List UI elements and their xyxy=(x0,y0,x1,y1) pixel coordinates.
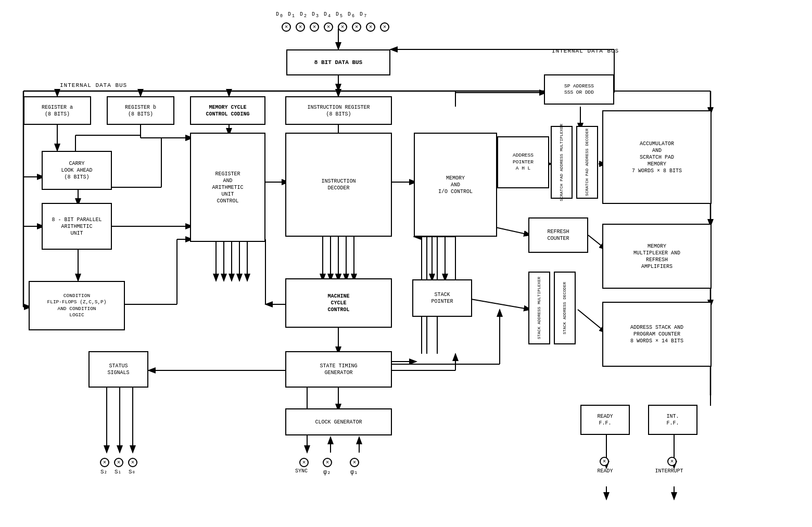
interrupt-label: INTERRUPT xyxy=(644,468,694,474)
condition-flipflops-block: CONDITION FLIP-FLOPS (Z,C,S,P) AND CONDI… xyxy=(29,281,125,330)
phi1-circle: × xyxy=(350,458,359,467)
status-signals-block: STATUS SIGNALS xyxy=(88,351,148,388)
memory-multiplexer-refresh-block: MEMORY MULTIPLEXER AND REFRESH AMPLIFIER… xyxy=(602,224,712,289)
s2-circle: × xyxy=(100,458,109,467)
scratch-pad-mux-block: SCRATCH PAD ADDRESS MULTIPLEXER xyxy=(551,126,573,199)
register-b-block: REGISTER b (8 BITS) xyxy=(107,96,174,125)
phi2-circle: × xyxy=(323,458,332,467)
d3-circle: × xyxy=(324,22,333,32)
d0-d7-label: D0 D1 D2 D3 D4 D5 D6 D7 xyxy=(276,11,367,19)
sync-label: SYNC xyxy=(295,468,308,474)
internal-data-bus-right-label: INTERNAL DATA BUS xyxy=(552,48,619,54)
bit-parallel-alu-block: 8 - BIT PARALLEL ARITHMETIC UNIT xyxy=(42,203,112,250)
d6-circle: × xyxy=(366,22,375,32)
machine-cycle-control-block: MACHINE CYCLE CONTROL xyxy=(285,278,392,328)
s1-circle: × xyxy=(114,458,123,467)
d0-circle: × xyxy=(282,22,291,32)
refresh-counter-block: REFRESH COUNTER xyxy=(528,217,588,253)
interrupt-circle: × xyxy=(667,457,677,466)
carry-look-ahead-block: CARRY LOOK AHEAD (8 BITS) xyxy=(42,151,112,190)
stack-addr-mux-block: STACK ADDRESS MULTIPLEXER xyxy=(528,272,550,344)
ready-ff-block: READY F.F. xyxy=(580,405,630,435)
s2-label: S₂ xyxy=(100,468,107,475)
ready-circle: × xyxy=(600,457,609,466)
register-arith-unit-control-block: REGISTER AND ARITHMETIC UNIT CONTROL xyxy=(190,133,265,242)
s0-label: S₀ xyxy=(129,468,135,475)
clock-generator-block: CLOCK GENERATOR xyxy=(285,408,392,435)
state-timing-generator-block: STATE TIMING GENERATOR xyxy=(285,351,392,388)
s1-label: S₁ xyxy=(115,468,121,475)
phi1-label: φ₁ xyxy=(350,468,358,476)
block-diagram: 8 BIT DATA BUS REGISTER a (8 BITS) REGIS… xyxy=(0,0,812,527)
address-stack-program-counter-block: ADDRESS STACK AND PROGRAM COUNTER 8 WORD… xyxy=(602,302,712,367)
memory-cycle-control-coding-block: MEMORY CYCLE CONTROL CODING xyxy=(190,96,265,125)
instruction-register-block: INSTRUCTION REGISTER (8 BITS) xyxy=(285,96,392,125)
phi2-label: φ₂ xyxy=(323,468,331,476)
register-a-block: REGISTER a (8 BITS) xyxy=(23,96,91,125)
stack-pointer-block: STACK POINTER xyxy=(412,279,472,317)
d2-circle: × xyxy=(310,22,319,32)
d1-circle: × xyxy=(296,22,305,32)
sync-circle: × xyxy=(299,458,309,467)
address-pointer-ahl-block: ADDRESS POINTER A H L xyxy=(497,136,549,188)
d7-circle: × xyxy=(380,22,389,32)
instruction-decoder-block: INSTRUCTION DECODER xyxy=(285,133,392,237)
scratch-pad-decoder-block: SCRATCH PAD ADDRESS DECODER xyxy=(576,126,598,199)
d4-circle: × xyxy=(338,22,347,32)
svg-line-48 xyxy=(471,299,531,310)
d5-circle: × xyxy=(352,22,361,32)
accumulator-scratch-pad-block: ACCUMULATOR AND SCRATCH PAD MEMORY 7 WOR… xyxy=(602,110,712,204)
internal-data-bus-left-label: INTERNAL DATA BUS xyxy=(60,82,127,88)
8bit-data-bus-block: 8 BIT DATA BUS xyxy=(286,49,390,75)
memory-io-control-block: MEMORY AND I/O CONTROL xyxy=(414,133,497,237)
sp-address-block: SP ADDRESS SSS OR DDD xyxy=(544,74,614,105)
ready-label: READY xyxy=(580,468,630,474)
s0-circle: × xyxy=(128,458,137,467)
stack-addr-decoder-block: STACK ADDRESS DECODER xyxy=(554,272,576,344)
int-ff-block: INT. F.F. xyxy=(648,405,697,435)
